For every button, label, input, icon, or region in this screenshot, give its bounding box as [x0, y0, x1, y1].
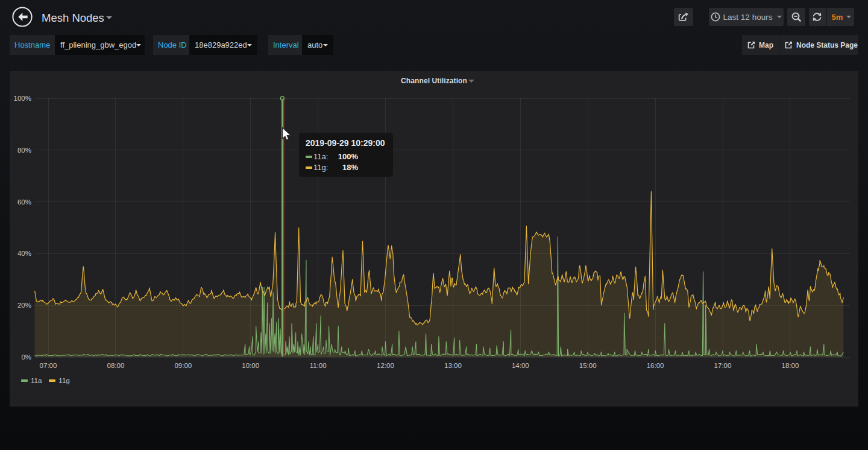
svg-text:16:00: 16:00	[647, 362, 664, 369]
svg-text:09:00: 09:00	[174, 362, 192, 369]
svg-text:0%: 0%	[21, 353, 31, 361]
svg-text:13:00: 13:00	[444, 362, 462, 369]
svg-text:14:00: 14:00	[512, 362, 529, 369]
svg-text:17:00: 17:00	[714, 362, 732, 369]
svg-text:100%: 100%	[14, 95, 31, 102]
svg-text:80%: 80%	[17, 147, 31, 154]
svg-text:18:00: 18:00	[782, 362, 799, 369]
svg-text:60%: 60%	[17, 198, 31, 206]
svg-text:20%: 20%	[17, 302, 31, 309]
svg-text:08:00: 08:00	[107, 362, 125, 369]
svg-text:10:00: 10:00	[242, 362, 259, 369]
svg-text:40%: 40%	[17, 250, 31, 257]
svg-text:12:00: 12:00	[377, 362, 394, 369]
svg-text:15:00: 15:00	[579, 362, 597, 369]
svg-text:11:00: 11:00	[310, 362, 327, 369]
svg-text:07:00: 07:00	[40, 362, 57, 369]
